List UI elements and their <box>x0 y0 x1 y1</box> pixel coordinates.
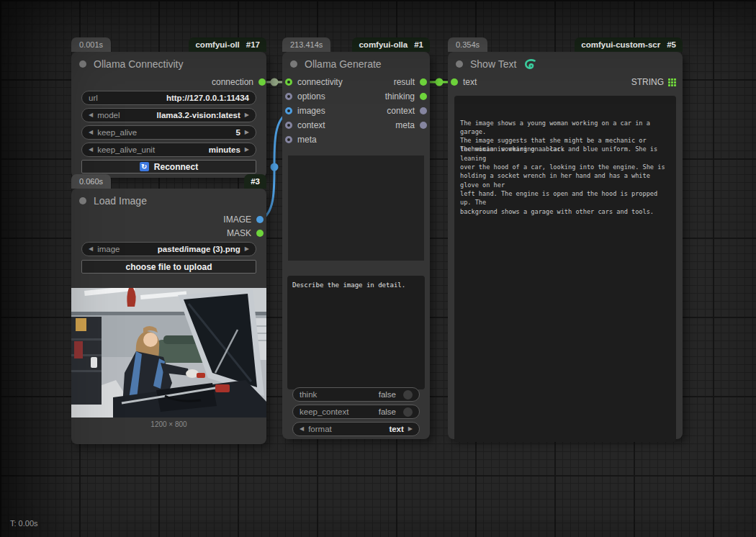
keep-alive-stepper[interactable]: ◀ keep_alive 5 ▶ <box>81 125 256 140</box>
input-meta[interactable]: meta <box>285 134 317 145</box>
output-connection[interactable]: connection <box>212 76 266 88</box>
keep-context-toggle[interactable]: keep_context false <box>292 405 420 419</box>
input-connectivity[interactable]: connectivity <box>285 76 343 88</box>
collapse-dot-icon[interactable] <box>456 60 463 68</box>
output-result[interactable]: result <box>394 76 427 88</box>
port-dot-icon[interactable] <box>420 78 427 86</box>
port-label: meta <box>297 135 317 145</box>
node-pack-name: comfyui-custom-scr <box>581 37 660 52</box>
execution-time-badge: 213.414s <box>282 37 330 52</box>
image-combo[interactable]: ◀ image pasted/image (3).png ▶ <box>81 242 256 256</box>
node-load-image[interactable]: 0.060s #3 Load Image IMAGE MASK ◀ image … <box>71 189 266 444</box>
node-title: Ollama Connectivity <box>94 58 184 70</box>
widget-value: minutes <box>209 145 240 154</box>
port-dot-icon[interactable] <box>256 216 264 223</box>
port-label: meta <box>395 120 415 130</box>
widget-label: url <box>89 94 98 102</box>
node-id: #1 <box>414 37 423 52</box>
combo-left-arrow-icon[interactable]: ◀ <box>89 112 93 118</box>
widget-label: image <box>97 245 120 253</box>
port-dot-icon[interactable] <box>285 122 292 129</box>
combo-right-arrow-icon[interactable]: ▶ <box>245 112 249 118</box>
widget-value: false <box>379 407 396 416</box>
model-combo[interactable]: ◀ model llama3.2-vision:latest ▶ <box>81 108 256 122</box>
output-meta[interactable]: meta <box>395 119 427 131</box>
port-dot-icon[interactable] <box>285 107 292 114</box>
keep-alive-unit-combo[interactable]: ◀ keep_alive_unit minutes ▶ <box>81 143 256 157</box>
output-mask[interactable]: MASK <box>227 227 264 239</box>
port-dot-icon[interactable] <box>285 93 292 100</box>
think-toggle[interactable]: think false <box>292 387 420 402</box>
node-id: #3 <box>251 174 260 189</box>
node-ollama-connectivity[interactable]: 0.001s comfyui-oll #17 Ollama Connectivi… <box>71 52 266 178</box>
port-dot-icon[interactable] <box>420 107 427 114</box>
prompt-textarea[interactable]: Describe the image in detail. <box>287 276 425 389</box>
port-dot-icon[interactable] <box>285 78 292 86</box>
port-dot-icon[interactable] <box>420 122 427 129</box>
port-dot-icon[interactable] <box>256 230 264 237</box>
input-options[interactable]: options <box>285 91 325 102</box>
url-field[interactable]: url http://127.0.0.1:11434 <box>81 91 256 105</box>
combo-right-arrow-icon[interactable]: ▶ <box>408 426 413 432</box>
port-label: IMAGE <box>223 215 251 225</box>
port-dot-icon[interactable] <box>285 136 292 143</box>
node-type-badge: comfyui-custom-scr #5 <box>575 37 683 52</box>
collapse-dot-icon[interactable] <box>79 197 86 204</box>
port-dot-icon[interactable] <box>420 93 427 100</box>
grid-handle-icon[interactable] <box>668 78 676 86</box>
port-label: context <box>297 120 325 130</box>
input-images[interactable]: images <box>285 105 325 117</box>
generate-image-preview <box>288 155 424 261</box>
widget-label: think <box>300 390 317 399</box>
result-textarea[interactable]: The image shows a young woman working on… <box>454 96 676 442</box>
combo-right-arrow-icon[interactable]: ▶ <box>245 147 249 153</box>
output-image[interactable]: IMAGE <box>223 214 264 225</box>
node-title-bar: Show Text <box>456 58 536 70</box>
image-preview[interactable] <box>71 288 266 418</box>
combo-left-arrow-icon[interactable]: ◀ <box>89 147 93 153</box>
output-string[interactable]: STRING <box>631 76 676 88</box>
node-id: #5 <box>667 37 676 52</box>
toggle-dot-icon[interactable] <box>403 407 413 417</box>
collapse-dot-icon[interactable] <box>79 60 86 68</box>
port-label: images <box>297 106 325 116</box>
port-label: connectivity <box>297 77 343 87</box>
output-type-label: STRING <box>631 77 664 87</box>
node-id: #17 <box>246 37 260 52</box>
widget-value: llama3.2-vision:latest <box>157 111 240 119</box>
output-context[interactable]: context <box>387 105 427 117</box>
button-label: choose file to upload <box>125 262 212 272</box>
result-text: The image shows a young woman working on… <box>460 119 670 216</box>
port-label: context <box>387 106 415 116</box>
port-dot-icon[interactable] <box>258 78 266 86</box>
pysssss-swirl-icon <box>523 59 536 70</box>
combo-left-arrow-icon[interactable]: ◀ <box>89 130 93 135</box>
collapse-dot-icon[interactable] <box>290 60 297 68</box>
combo-left-arrow-icon[interactable]: ◀ <box>89 246 93 252</box>
combo-left-arrow-icon[interactable]: ◀ <box>300 426 304 432</box>
widget-value: false <box>379 390 396 399</box>
node-title: Ollama Generate <box>305 58 382 70</box>
toggle-dot-icon[interactable] <box>403 390 413 400</box>
node-type-badge: comfyui-oll #17 <box>189 37 266 52</box>
node-ollama-generate[interactable]: 213.414s comfyui-olla #1 Ollama Generate… <box>282 52 430 439</box>
widget-label: keep_context <box>300 407 348 416</box>
node-id-badge: #3 <box>244 174 266 189</box>
port-label: text <box>463 77 477 87</box>
reconnect-button[interactable]: ↻ Reconnect <box>81 160 256 173</box>
format-combo[interactable]: ◀ format text ▶ <box>292 422 420 436</box>
output-thinking[interactable]: thinking <box>385 91 427 102</box>
node-graph-canvas[interactable]: 0.001s comfyui-oll #17 Ollama Connectivi… <box>0 0 756 537</box>
result-text-overlay: The image suggests that she might be a m… <box>460 136 670 154</box>
combo-right-arrow-icon[interactable]: ▶ <box>245 246 249 252</box>
input-context[interactable]: context <box>285 119 325 131</box>
port-dot-icon[interactable] <box>451 78 458 86</box>
input-text[interactable]: text <box>451 76 477 88</box>
choose-file-button[interactable]: choose file to upload <box>81 260 256 274</box>
widget-label: keep_alive <box>97 128 137 137</box>
port-label: connection <box>212 77 253 87</box>
node-show-text[interactable]: 0.354s comfyui-custom-scr #5 Show Text t… <box>448 52 683 439</box>
combo-right-arrow-icon[interactable]: ▶ <box>245 130 249 135</box>
widget-value: 5 <box>235 128 240 137</box>
button-label: Reconnect <box>154 162 198 172</box>
